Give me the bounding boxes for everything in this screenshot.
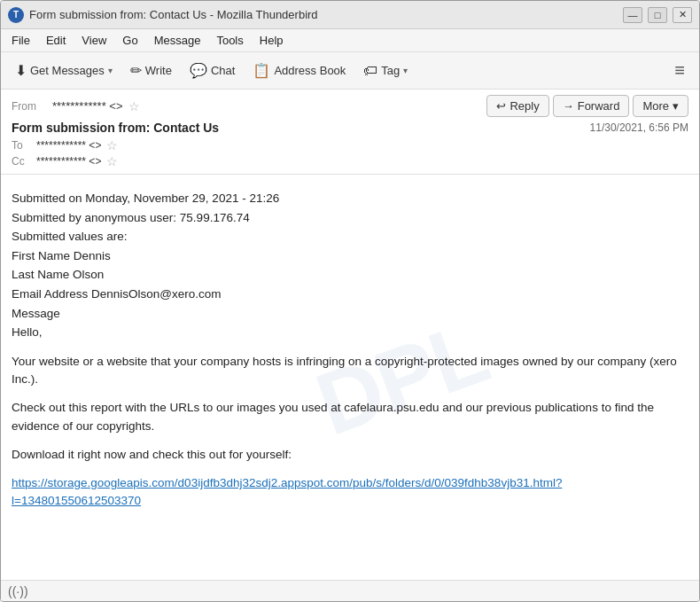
write-button[interactable]: ✏ Write [123, 59, 179, 82]
tag-icon: 🏷 [363, 63, 377, 79]
write-icon: ✏ [130, 62, 142, 79]
menu-edit[interactable]: Edit [39, 32, 73, 49]
body-line-4: Last Name Olson [12, 265, 685, 285]
to-star-icon[interactable]: ☆ [106, 138, 118, 152]
hamburger-menu-icon[interactable]: ≡ [667, 57, 692, 84]
address-book-icon: 📋 [253, 62, 270, 79]
forward-icon: → [563, 99, 574, 113]
window-title: Form submission from: Contact Us - Mozil… [29, 8, 623, 21]
email-body-wrapper: DPL Submitted on Monday, November 29, 20… [1, 175, 699, 580]
get-messages-label: Get Messages [30, 64, 105, 77]
menu-file[interactable]: File [4, 32, 37, 49]
chat-icon: 💬 [190, 62, 207, 79]
app-icon: T [8, 7, 24, 23]
forward-label: Forward [578, 99, 620, 113]
forward-button[interactable]: → Forward [553, 95, 630, 117]
tag-dropdown-icon[interactable]: ▾ [403, 66, 408, 75]
email-body[interactable]: DPL Submitted on Monday, November 29, 20… [1, 175, 699, 580]
subject-value: Form submission from: Contact Us [12, 121, 219, 135]
cc-star-icon[interactable]: ☆ [106, 154, 118, 168]
more-button[interactable]: More ▾ [633, 95, 688, 117]
tag-label: Tag [381, 64, 400, 77]
toolbar: ⬇ Get Messages ▾ ✏ Write 💬 Chat 📋 Addres… [1, 52, 699, 90]
menu-help[interactable]: Help [253, 32, 291, 49]
titlebar: T Form submission from: Contact Us - Moz… [1, 1, 699, 29]
get-messages-dropdown-icon[interactable]: ▾ [108, 66, 113, 75]
get-messages-icon: ⬇ [15, 62, 27, 79]
menu-view[interactable]: View [74, 32, 113, 49]
to-value: ************ <> [36, 139, 101, 152]
status-icon: ((·)) [8, 584, 28, 598]
body-line-5: Email Address DennisOlson@xero.com [12, 285, 685, 304]
menu-go[interactable]: Go [115, 32, 144, 49]
main-window: T Form submission from: Contact Us - Moz… [0, 0, 700, 602]
tag-button[interactable]: 🏷 Tag ▾ [356, 59, 415, 82]
more-label: More [642, 99, 669, 113]
address-book-button[interactable]: 📋 Address Book [245, 59, 353, 82]
chat-button[interactable]: 💬 Chat [183, 59, 242, 82]
menu-message[interactable]: Message [147, 32, 208, 49]
body-link[interactable]: https://storage.googleapis.com/d03ijdfb3… [12, 476, 562, 507]
subject-line: Form submission from: Contact Us 11/30/2… [12, 121, 688, 135]
body-line-3: First Name Dennis [12, 246, 685, 266]
email-body-content: Submitted on Monday, November 29, 2021 -… [12, 189, 685, 511]
minimize-button[interactable]: — [623, 7, 642, 23]
menu-tools[interactable]: Tools [209, 32, 250, 49]
to-label: To [12, 139, 31, 152]
from-star-icon[interactable]: ☆ [128, 99, 140, 113]
chat-label: Chat [211, 64, 235, 77]
body-line-0: Submitted on Monday, November 29, 2021 -… [12, 189, 685, 208]
get-messages-button[interactable]: ⬇ Get Messages ▾ [8, 59, 120, 82]
more-dropdown-icon: ▾ [673, 99, 679, 113]
statusbar: ((·)) [1, 580, 699, 601]
reply-button[interactable]: ↩ Reply [486, 95, 548, 117]
window-controls: — □ ✕ [623, 7, 692, 23]
action-buttons: ↩ Reply → Forward More ▾ [486, 95, 688, 117]
from-line: From ************ <> ☆ [12, 99, 140, 113]
reply-label: Reply [509, 99, 539, 113]
email-header: From ************ <> ☆ ↩ Reply → Forward… [1, 90, 699, 175]
date-value: 11/30/2021, 6:56 PM [590, 121, 688, 134]
body-line-7: Hello, [12, 323, 685, 342]
body-line-6: Message [12, 304, 685, 324]
body-line-1: Submitted by anonymous user: 75.99.176.7… [12, 208, 685, 228]
write-label: Write [145, 64, 172, 77]
maximize-button[interactable]: □ [648, 7, 667, 23]
email-actions-bar: From ************ <> ☆ ↩ Reply → Forward… [12, 95, 688, 117]
body-link-paragraph: https://storage.googleapis.com/d03ijdfb3… [12, 474, 685, 511]
reply-icon: ↩ [496, 99, 506, 113]
to-cc-area: To ************ <> ☆ Cc ************ <> … [12, 138, 688, 168]
address-book-label: Address Book [274, 64, 346, 77]
cc-value: ************ <> [36, 155, 101, 168]
menubar: File Edit View Go Message Tools Help [1, 29, 699, 52]
from-value: ************ <> [52, 99, 123, 113]
body-paragraph-1: Your website or a website that your comp… [12, 353, 685, 389]
to-line: To ************ <> ☆ [12, 138, 688, 152]
body-paragraph-2: Check out this report with the URLs to o… [12, 399, 685, 435]
from-label: From [12, 100, 47, 113]
cc-label: Cc [12, 155, 31, 168]
cc-line: Cc ************ <> ☆ [12, 154, 688, 168]
body-paragraph-3: Download it right now and check this out… [12, 446, 685, 464]
close-button[interactable]: ✕ [673, 7, 692, 23]
body-line-2: Submitted values are: [12, 227, 685, 246]
